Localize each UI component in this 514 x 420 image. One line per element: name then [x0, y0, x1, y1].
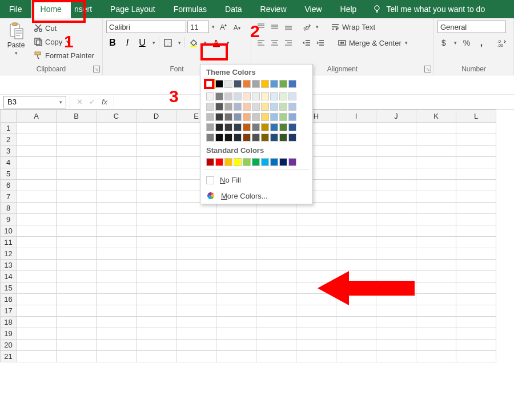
cell-L12[interactable] — [456, 248, 496, 260]
cell-D11[interactable] — [136, 237, 176, 248]
theme-swatch[interactable] — [234, 80, 242, 88]
standard-swatch[interactable] — [288, 158, 296, 166]
cell-K20[interactable] — [416, 340, 456, 351]
cell-C4[interactable] — [97, 157, 136, 168]
col-header-B[interactable]: B — [57, 110, 97, 123]
row-header-14[interactable]: 14 — [1, 271, 17, 282]
row-header-7[interactable]: 7 — [1, 191, 17, 203]
cell-C13[interactable] — [97, 260, 136, 271]
col-header-K[interactable]: K — [416, 110, 456, 123]
cell-F10[interactable] — [216, 225, 256, 237]
cell-K15[interactable] — [416, 282, 456, 294]
cell-D16[interactable] — [136, 294, 176, 305]
cell-J10[interactable] — [376, 225, 416, 237]
cell-C3[interactable] — [97, 146, 136, 157]
cell-I3[interactable] — [336, 146, 376, 157]
font-size-dropdown[interactable]: ▾ — [210, 24, 216, 30]
cell-D19[interactable] — [136, 328, 176, 340]
cell-B16[interactable] — [57, 294, 97, 305]
cell-G15[interactable] — [256, 282, 296, 294]
cell-D10[interactable] — [136, 225, 176, 237]
cell-H13[interactable] — [296, 260, 336, 271]
cell-B6[interactable] — [57, 180, 97, 191]
cell-G20[interactable] — [256, 340, 296, 351]
tab-data[interactable]: Data — [216, 0, 251, 18]
row-header-9[interactable]: 9 — [1, 214, 17, 225]
cell-L11[interactable] — [456, 237, 496, 248]
theme-tint-swatch[interactable] — [279, 113, 287, 121]
row-header-15[interactable]: 15 — [1, 282, 17, 294]
formula-input[interactable] — [114, 96, 514, 108]
tab-page-layout[interactable]: Page Layout — [101, 0, 164, 18]
cell-E20[interactable] — [176, 340, 216, 351]
cell-F16[interactable] — [216, 294, 256, 305]
theme-tint-swatch[interactable] — [234, 103, 242, 111]
cell-E10[interactable] — [176, 225, 216, 237]
cell-I11[interactable] — [336, 237, 376, 248]
cell-L3[interactable] — [456, 146, 496, 157]
theme-tint-swatch[interactable] — [288, 103, 296, 111]
row-header-12[interactable]: 12 — [1, 248, 17, 260]
theme-tint-swatch[interactable] — [206, 134, 214, 142]
cell-B12[interactable] — [57, 248, 97, 260]
cell-K8[interactable] — [416, 203, 456, 214]
cell-E17[interactable] — [176, 305, 216, 317]
enter-formula-button[interactable]: ✓ — [86, 98, 98, 106]
fx-button[interactable]: fx — [99, 98, 110, 106]
cell-F14[interactable] — [216, 271, 256, 282]
standard-swatch[interactable] — [215, 158, 223, 166]
cell-E18[interactable] — [176, 317, 216, 328]
col-header-I[interactable]: I — [336, 110, 376, 123]
accounting-dropdown[interactable]: ▾ — [452, 40, 458, 46]
cell-F9[interactable] — [216, 214, 256, 225]
theme-tint-swatch[interactable] — [252, 103, 260, 111]
cell-D7[interactable] — [136, 191, 176, 203]
cell-C8[interactable] — [97, 203, 136, 214]
cell-C9[interactable] — [97, 214, 136, 225]
cell-C2[interactable] — [97, 134, 136, 146]
cell-I6[interactable] — [336, 180, 376, 191]
cell-K13[interactable] — [416, 260, 456, 271]
cell-K14[interactable] — [416, 271, 456, 282]
cell-K1[interactable] — [416, 123, 456, 134]
theme-swatch[interactable] — [215, 80, 223, 88]
increase-decimal-button[interactable]: .0.00 — [496, 37, 508, 49]
cell-A20[interactable] — [17, 340, 57, 351]
italic-button[interactable]: I — [121, 37, 134, 49]
cell-L18[interactable] — [456, 317, 496, 328]
cell-H12[interactable] — [296, 248, 336, 260]
cell-B4[interactable] — [57, 157, 97, 168]
cell-I17[interactable] — [336, 305, 376, 317]
cell-E9[interactable] — [176, 214, 216, 225]
cell-H9[interactable] — [296, 214, 336, 225]
cell-B2[interactable] — [57, 134, 97, 146]
bold-button[interactable]: B — [106, 37, 119, 49]
cell-C18[interactable] — [97, 317, 136, 328]
tab-insert[interactable]: nsert — [71, 0, 101, 18]
cell-A7[interactable] — [17, 191, 57, 203]
theme-tint-swatch[interactable] — [270, 92, 278, 100]
cut-button[interactable]: Cut — [31, 22, 97, 34]
cell-J12[interactable] — [376, 248, 416, 260]
cell-I7[interactable] — [336, 191, 376, 203]
cell-J20[interactable] — [376, 340, 416, 351]
cell-B20[interactable] — [57, 340, 97, 351]
theme-tint-swatch[interactable] — [243, 103, 251, 111]
theme-tint-swatch[interactable] — [224, 92, 232, 100]
cell-K10[interactable] — [416, 225, 456, 237]
col-header-J[interactable]: J — [376, 110, 416, 123]
cell-K18[interactable] — [416, 317, 456, 328]
cell-K19[interactable] — [416, 328, 456, 340]
cell-I2[interactable] — [336, 134, 376, 146]
cell-C15[interactable] — [97, 282, 136, 294]
cell-E14[interactable] — [176, 271, 216, 282]
cell-B7[interactable] — [57, 191, 97, 203]
cell-L15[interactable] — [456, 282, 496, 294]
cell-K7[interactable] — [416, 191, 456, 203]
cell-L9[interactable] — [456, 214, 496, 225]
cell-A11[interactable] — [17, 237, 57, 248]
theme-tint-swatch[interactable] — [279, 92, 287, 100]
cell-J6[interactable] — [376, 180, 416, 191]
cell-G9[interactable] — [256, 214, 296, 225]
cell-A9[interactable] — [17, 214, 57, 225]
